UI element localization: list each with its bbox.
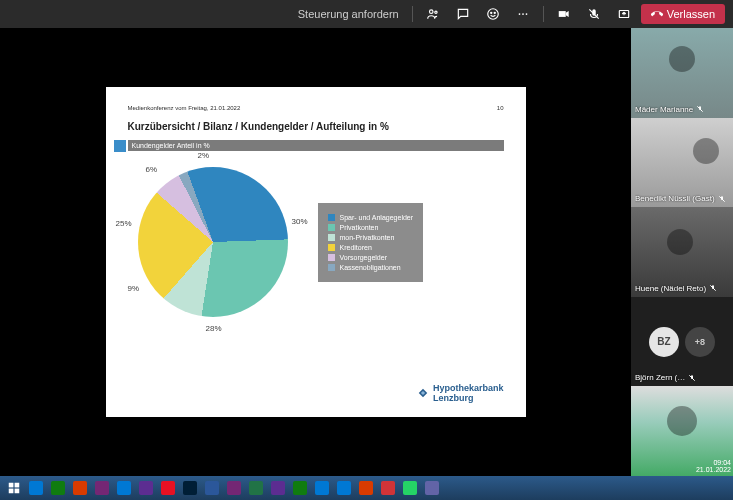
participant-tile[interactable]: Mäder Marianne [631, 28, 733, 118]
legend-swatch [328, 224, 335, 231]
leave-label: Verlassen [667, 8, 715, 20]
taskbar-app[interactable] [422, 479, 442, 497]
legend-item: Vorsorgegelder [328, 254, 414, 261]
taskbar-app[interactable] [158, 479, 178, 497]
taskbar-app[interactable] [202, 479, 222, 497]
participant-name: Björn Zern (… [635, 373, 685, 382]
svg-point-7 [525, 13, 527, 15]
participant-tile[interactable]: Huene (Nädel Reto) [631, 207, 733, 297]
pie-label: 2% [198, 151, 210, 160]
taskbar-app[interactable] [26, 479, 46, 497]
taskbar-app[interactable] [180, 479, 200, 497]
legend-label: Vorsorgegelder [340, 254, 387, 261]
toolbar-separator [543, 6, 544, 22]
legend-swatch [328, 264, 335, 271]
request-control-button[interactable]: Steuerung anfordern [298, 8, 399, 20]
pie-label: 9% [128, 284, 140, 293]
taskbar-app[interactable] [136, 479, 156, 497]
svg-point-3 [490, 12, 491, 13]
svg-rect-23 [9, 489, 14, 494]
svg-rect-24 [15, 489, 20, 494]
clock-date: 21.01.2022 [696, 466, 731, 474]
chat-icon[interactable] [450, 3, 476, 25]
brand-line1: Hypothekarbank [433, 383, 504, 393]
participant-overflow-tile[interactable]: BZ +8 Björn Zern (… [631, 297, 733, 387]
start-button[interactable] [4, 479, 24, 497]
pie-chart: 30% 28% 9% 25% 6% 2% [128, 157, 298, 327]
windows-taskbar[interactable] [0, 476, 733, 500]
legend-label: Spar- und Anlagegelder [340, 214, 414, 221]
shared-screen-stage: Medienkonferenz vom Freitag, 21.01.2022 … [0, 28, 631, 476]
legend-item: Kassenobligationen [328, 264, 414, 271]
presentation-slide: Medienkonferenz vom Freitag, 21.01.2022 … [106, 87, 526, 417]
participant-name: Benedikt Nüssli (Gast) [635, 194, 715, 203]
svg-point-1 [434, 11, 436, 13]
pie-graphic [138, 167, 288, 317]
svg-point-6 [522, 13, 524, 15]
taskbar-app[interactable] [356, 479, 376, 497]
meeting-toolbar: Steuerung anfordern Verlassen [0, 0, 733, 28]
diamond-icon [417, 387, 429, 399]
clock-time: 09:04 [696, 459, 731, 467]
brand-line2: Lenzburg [433, 393, 504, 403]
mic-muted-icon [718, 195, 726, 203]
svg-rect-22 [15, 483, 20, 488]
slide-meta-left: Medienkonferenz vom Freitag, 21.01.2022 [128, 105, 241, 111]
legend-item: mon-Privatkonten [328, 234, 414, 241]
people-icon[interactable] [420, 3, 446, 25]
svg-rect-21 [9, 483, 14, 488]
share-icon[interactable] [611, 3, 637, 25]
participant-strip: Mäder Marianne Benedikt Nüssli (Gast) Hu… [631, 28, 733, 476]
overflow-count: +8 [685, 327, 715, 357]
taskbar-app[interactable] [268, 479, 288, 497]
camera-icon[interactable] [551, 3, 577, 25]
avatar-initials: BZ [649, 327, 679, 357]
pie-label: 25% [116, 219, 132, 228]
mic-muted-icon[interactable] [581, 3, 607, 25]
legend-swatch [328, 244, 335, 251]
taskbar-app[interactable] [378, 479, 398, 497]
slide-title: Kurzübersicht / Bilanz / Kundengelder / … [128, 121, 504, 132]
legend-swatch [328, 214, 335, 221]
leave-button[interactable]: Verlassen [641, 4, 725, 24]
chart-legend: Spar- und AnlagegelderPrivatkontenmon-Pr… [318, 203, 424, 282]
legend-item: Spar- und Anlagegelder [328, 214, 414, 221]
mic-muted-icon [696, 105, 704, 113]
toolbar-separator [412, 6, 413, 22]
taskbar-app[interactable] [70, 479, 90, 497]
participant-tile[interactable]: Benedikt Nüssli (Gast) [631, 118, 733, 208]
taskbar-app[interactable] [92, 479, 112, 497]
pie-label: 28% [206, 324, 222, 333]
taskbar-app[interactable] [246, 479, 266, 497]
legend-label: Kassenobligationen [340, 264, 401, 271]
meeting-main: Medienkonferenz vom Freitag, 21.01.2022 … [0, 28, 733, 476]
taskbar-app[interactable] [290, 479, 310, 497]
participant-tile[interactable]: 09:04 21.01.2022 [631, 386, 733, 476]
slide-meta: Medienkonferenz vom Freitag, 21.01.2022 … [128, 105, 504, 111]
taskbar-app[interactable] [334, 479, 354, 497]
slide-subtitle-bar: Kundengelder Anteil in % [128, 140, 504, 151]
more-icon[interactable] [510, 3, 536, 25]
pie-label: 6% [146, 165, 158, 174]
legend-item: Kreditoren [328, 244, 414, 251]
participant-name: Huene (Nädel Reto) [635, 284, 706, 293]
chart-row: 30% 28% 9% 25% 6% 2% Spar- und Anlagegel… [128, 157, 504, 327]
taskbar-app[interactable] [48, 479, 68, 497]
legend-item: Privatkonten [328, 224, 414, 231]
reactions-icon[interactable] [480, 3, 506, 25]
taskbar-app[interactable] [114, 479, 134, 497]
taskbar-app[interactable] [400, 479, 420, 497]
legend-swatch [328, 234, 335, 241]
legend-label: mon-Privatkonten [340, 234, 395, 241]
legend-label: Kreditoren [340, 244, 372, 251]
taskbar-app[interactable] [312, 479, 332, 497]
taskbar-app[interactable] [224, 479, 244, 497]
brand-logo: Hypothekarbank Lenzburg [417, 383, 504, 403]
system-clock: 09:04 21.01.2022 [696, 459, 731, 474]
legend-swatch [328, 254, 335, 261]
svg-point-0 [429, 10, 433, 13]
svg-point-4 [494, 12, 495, 13]
mic-muted-icon [709, 284, 717, 292]
pie-label: 30% [291, 217, 307, 226]
participant-name: Mäder Marianne [635, 105, 693, 114]
